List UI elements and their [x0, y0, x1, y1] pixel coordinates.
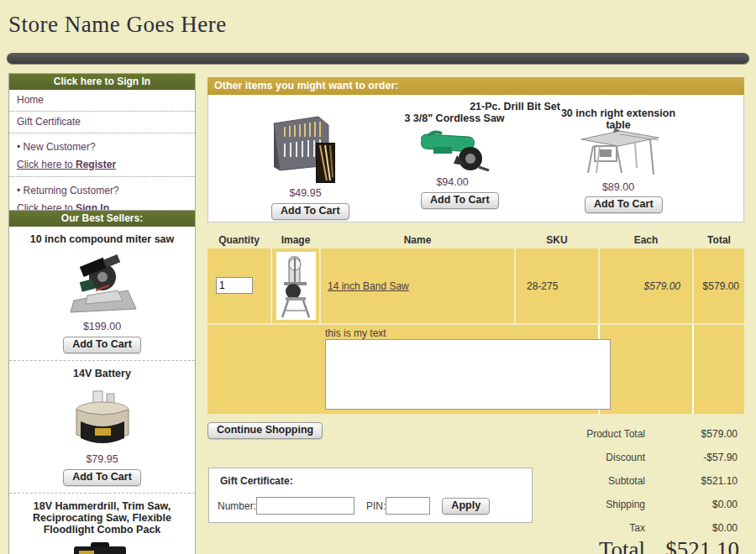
column-header-name: Name: [321, 234, 514, 246]
continue-shopping-button[interactable]: Continue Shopping: [207, 422, 323, 439]
summary-row: Subtotal $521.10: [504, 475, 738, 487]
new-customer-question: • New Customer?: [9, 133, 195, 154]
summary-label: Product Total: [504, 428, 645, 440]
image-cell: [272, 248, 319, 323]
column-header-each: Each: [600, 234, 692, 246]
battery-photo: [70, 386, 135, 450]
summary-label: Tax: [504, 522, 645, 534]
grand-total-row: Total $521.10: [521, 537, 739, 554]
column-header-sku: SKU: [516, 234, 598, 246]
product-price: $94.00: [417, 176, 488, 188]
product-name: 10 inch compound miter saw: [13, 232, 192, 248]
extension-table-photo: [576, 124, 664, 178]
add-to-cart-button[interactable]: Add To Cart: [585, 196, 663, 213]
summary-value: $0.00: [645, 499, 738, 510]
summary-row: Discount -$57.90: [504, 452, 738, 463]
gift-pin-label: PIN:: [366, 500, 386, 512]
combo-pack-photo: [60, 542, 144, 554]
best-sellers-panel: Our Best Sellers: 10 inch compound miter…: [8, 210, 196, 554]
gift-certificate-title: Gift Certificate:: [220, 475, 293, 487]
signin-panel-header[interactable]: Click here to Sign In: [9, 74, 195, 90]
product-price: $199.00: [13, 321, 192, 332]
column-header-image: Image: [272, 234, 319, 246]
best-sellers-header: Our Best Sellers:: [9, 211, 195, 227]
quantity-cell: [207, 248, 270, 323]
band-saw-photo[interactable]: [276, 252, 316, 320]
add-to-cart-button[interactable]: Add To Cart: [271, 203, 349, 220]
recommendations-panel: 21-Pc. Drill Bit Set $49.95 A: [207, 95, 744, 222]
product-name: 14V Battery: [13, 366, 192, 383]
miter-saw-photo: [62, 252, 142, 317]
note-label: this is my text: [325, 327, 386, 339]
summary-row: Shipping $0.00: [504, 499, 738, 510]
cordless-saw-photo: [417, 127, 492, 174]
column-header-total: Total: [694, 234, 744, 246]
grand-total-value: $521.10: [645, 537, 739, 554]
register-link-prefix: Click here to: [17, 159, 76, 170]
sidebar-item-home[interactable]: Home: [9, 90, 195, 112]
product-price: $79.95: [13, 453, 192, 465]
sku-cell: 28-275: [516, 248, 598, 323]
note-textarea[interactable]: [325, 339, 611, 410]
cart-note-row: this is my text: [207, 325, 744, 414]
header-divider-bar: [7, 53, 749, 64]
grand-total-label: Total: [521, 537, 645, 554]
apply-button[interactable]: Apply: [442, 498, 490, 515]
returning-customer-question: • Returning Customer?: [9, 177, 195, 198]
cart-item-link[interactable]: 14 inch Band Saw: [328, 280, 409, 292]
product-name: 3 3/8" Cordless Saw: [404, 112, 505, 124]
column-header-quantity: Quantity: [207, 234, 270, 246]
summary-row: Product Total $579.00: [504, 428, 738, 440]
register-link-bold: Register: [76, 159, 116, 170]
best-seller-item: 14V Battery $79.95 Add To Cart: [9, 360, 195, 493]
recommendations-banner: Other items you might want to order:: [207, 77, 744, 95]
summary-value: $579.00: [645, 428, 738, 440]
add-to-cart-button[interactable]: Add To Cart: [421, 192, 499, 209]
add-to-cart-button[interactable]: Add To Cart: [63, 469, 141, 486]
signin-panel: Click here to Sign In Home Gift Certific…: [8, 73, 196, 222]
best-seller-item: 18V Hammerdrill, Trim Saw, Reciprocating…: [9, 493, 195, 554]
summary-row: Tax $0.00: [504, 522, 738, 534]
column-divider: [692, 325, 694, 414]
summary-label: Subtotal: [504, 475, 645, 487]
gift-number-label: Number:: [218, 500, 256, 512]
page-title: Store Name Goes Here: [8, 12, 227, 38]
gift-pin-input[interactable]: [386, 497, 430, 515]
summary-value: $521.10: [645, 475, 738, 487]
sidebar-item-gift-certificate[interactable]: Gift Certificate: [9, 112, 195, 133]
summary-value: $0.00: [645, 522, 738, 534]
summary-label: Discount: [504, 452, 645, 463]
add-to-cart-button[interactable]: Add To Cart: [63, 337, 141, 353]
register-link[interactable]: Click here to Register: [9, 154, 195, 177]
cart-table-header: Quantity Image Name SKU Each Total: [207, 234, 744, 246]
summary-value: -$57.90: [645, 452, 738, 463]
each-price-cell: $579.00: [600, 248, 692, 323]
gift-certificate-panel: Gift Certificate: Number: PIN: Apply: [208, 468, 533, 523]
product-name: 18V Hammerdrill, Trim Saw, Reciprocating…: [13, 499, 192, 539]
gift-number-input[interactable]: [256, 497, 354, 515]
total-price-cell: $579.00: [694, 248, 744, 323]
product-price: $49.95: [265, 187, 345, 199]
summary-label: Shipping: [504, 499, 645, 510]
name-cell: 14 inch Band Saw: [321, 248, 514, 323]
product-price: $89.00: [585, 181, 652, 193]
best-seller-item: 10 inch compound miter saw $199.00 Add T…: [9, 227, 195, 360]
quantity-input[interactable]: [216, 277, 253, 294]
cart-item-row: 14 inch Band Saw 28-275 $579.00 $579.00: [207, 248, 744, 323]
drill-bit-inset-photo: [316, 143, 335, 183]
